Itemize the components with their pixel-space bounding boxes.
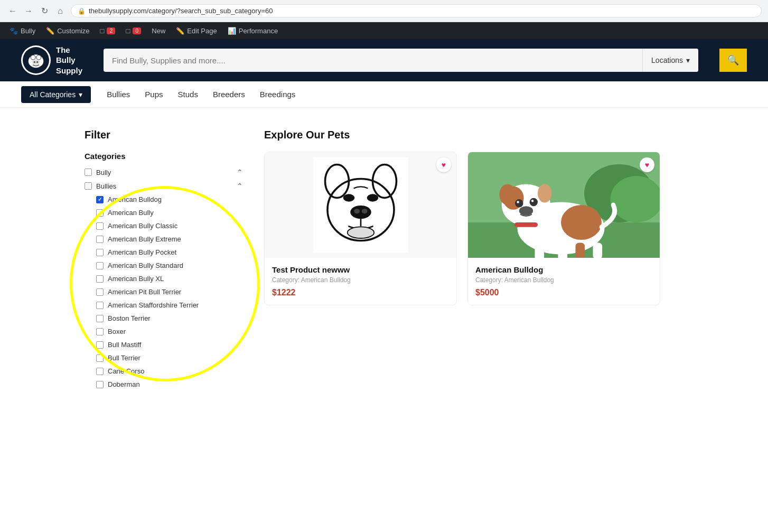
bully-chevron[interactable]: ⌃: [237, 168, 243, 176]
svg-point-23: [561, 205, 602, 240]
filter-item-boston-terrier[interactable]: Boston Terrier: [96, 314, 243, 322]
search-icon: 🔍: [727, 54, 739, 66]
filter-item-cane-corso[interactable]: Cane Corso: [96, 367, 243, 375]
svg-point-6: [36, 61, 39, 63]
bully-icon: 🐾: [10, 27, 18, 35]
svg-point-31: [531, 200, 533, 202]
american-bully-checkbox[interactable]: [96, 209, 104, 217]
filter-item-american-pit-bull[interactable]: American Pit Bull Terrier: [96, 288, 243, 296]
filter-item-american-bully-extreme[interactable]: American Bully Extreme: [96, 235, 243, 243]
cane-corso-checkbox[interactable]: [96, 368, 104, 375]
filter-sidebar: Filter Categories Bully ⌃ Bullies ⌃ Amer…: [85, 129, 243, 394]
product-info-1: Test Product newww Category: American Bu…: [265, 258, 456, 305]
product-image-2: ♥: [468, 152, 660, 258]
filter-item-american-bully-xl[interactable]: American Bully XL: [96, 275, 243, 283]
american-bully-extreme-checkbox[interactable]: [96, 236, 104, 243]
product-heart-2[interactable]: ♥: [640, 157, 654, 172]
back-button[interactable]: ←: [6, 5, 19, 17]
wp-admin-bully[interactable]: 🐾 Bully: [4, 22, 41, 39]
product-heart-1[interactable]: ♥: [436, 157, 451, 172]
filter-bullies-header: Bullies ⌃: [85, 182, 243, 190]
locations-dropdown[interactable]: Locations ▾: [642, 49, 698, 72]
url-text: thebullysupply.com/category/?search_sub_…: [89, 7, 273, 15]
product-info-2: American Bulldog Category: American Bull…: [468, 258, 660, 305]
bully-checkbox[interactable]: [85, 169, 92, 176]
bullies-checkbox[interactable]: [85, 182, 92, 190]
bullies-chevron[interactable]: ⌃: [237, 182, 243, 190]
bully-label: Bully: [96, 169, 111, 176]
american-bully-classic-checkbox[interactable]: [96, 222, 104, 230]
american-staffordshire-label: American Staffordshire Terrier: [108, 301, 199, 309]
svg-point-32: [519, 206, 533, 216]
american-bully-xl-checkbox[interactable]: [96, 275, 104, 283]
boston-terrier-checkbox[interactable]: [96, 315, 104, 322]
all-categories-button[interactable]: All Categories ▾: [21, 86, 91, 103]
chevron-down-icon-nav: ▾: [79, 90, 82, 99]
doberman-checkbox[interactable]: [96, 381, 104, 388]
boxer-label: Boxer: [108, 328, 126, 335]
bull-terrier-checkbox[interactable]: [96, 354, 104, 362]
nav-breedings[interactable]: Breedings: [260, 90, 296, 99]
american-bully-standard-label: American Bully Standard: [108, 262, 183, 269]
search-input[interactable]: [104, 56, 642, 65]
american-pit-bull-checkbox[interactable]: [96, 288, 104, 296]
filter-item-american-bully-standard[interactable]: American Bully Standard: [96, 262, 243, 269]
chevron-down-icon: ▾: [686, 56, 690, 64]
logo-text: The Bully Supply: [56, 45, 82, 76]
filter-item-american-bully-classic[interactable]: American Bully Classic: [96, 222, 243, 230]
nav-pups[interactable]: Pups: [145, 90, 163, 99]
wp-admin-bar: 🐾 Bully ✏️ Customize □ 2 □ 0 New ✏️ Edit…: [0, 22, 768, 39]
nav-studs[interactable]: Studs: [178, 90, 198, 99]
filter-bully-header: Bully ⌃: [85, 168, 243, 176]
filter-item-american-bully-pocket[interactable]: American Bully Pocket: [96, 248, 243, 256]
product-price-1: $1222: [272, 288, 449, 297]
site-logo[interactable]: The Bully Supply: [21, 45, 82, 76]
svg-rect-37: [514, 222, 538, 227]
search-container: Locations ▾: [104, 49, 698, 72]
filter-item-doberman[interactable]: Doberman: [96, 380, 243, 388]
wp-admin-count2[interactable]: □ 2: [95, 22, 121, 39]
wp-admin-count0[interactable]: □ 0: [120, 22, 146, 39]
address-bar[interactable]: 🔒 thebullysupply.com/category/?search_su…: [71, 4, 762, 17]
forward-button[interactable]: →: [22, 5, 35, 17]
wp-admin-performance[interactable]: 📊 Performance: [222, 22, 283, 39]
nav-breeders[interactable]: Breeders: [213, 90, 245, 99]
svg-point-26: [499, 184, 516, 205]
svg-point-3: [36, 55, 41, 60]
product-card-2[interactable]: ♥ American Bulldog Category: American Bu…: [467, 152, 660, 305]
boxer-checkbox[interactable]: [96, 328, 104, 335]
nav-bullies[interactable]: Bullies: [107, 90, 130, 99]
svg-point-11: [343, 194, 354, 201]
american-bully-classic-label: American Bully Classic: [108, 222, 177, 230]
reload-button[interactable]: ↻: [38, 5, 51, 17]
wp-admin-editpage[interactable]: ✏️ Edit Page: [171, 22, 222, 39]
nav-bar: All Categories ▾ Bullies Pups Studs Bree…: [0, 81, 768, 108]
svg-point-27: [538, 184, 551, 202]
filter-item-american-bully[interactable]: American Bully: [96, 209, 243, 217]
wp-admin-customize[interactable]: ✏️ Customize: [41, 22, 95, 39]
locations-label: Locations: [651, 56, 683, 64]
american-bulldog-checkbox[interactable]: [96, 196, 104, 203]
wp-admin-new[interactable]: New: [146, 22, 171, 39]
search-button[interactable]: 🔍: [719, 49, 747, 72]
american-bully-xl-label: American Bully XL: [108, 275, 164, 283]
filter-item-bull-mastiff[interactable]: Bull Mastiff: [96, 341, 243, 349]
svg-point-12: [367, 194, 378, 201]
home-button[interactable]: ⌂: [54, 5, 67, 17]
filter-item-american-bulldog[interactable]: American Bulldog: [96, 195, 243, 203]
svg-rect-33: [535, 243, 545, 258]
filter-item-boxer[interactable]: Boxer: [96, 328, 243, 335]
square-icon-2: □: [126, 27, 130, 35]
svg-point-30: [530, 198, 538, 206]
lock-icon: 🔒: [78, 7, 86, 15]
american-bully-pocket-checkbox[interactable]: [96, 249, 104, 256]
american-staffordshire-checkbox[interactable]: [96, 302, 104, 309]
filter-item-bull-terrier[interactable]: Bull Terrier: [96, 354, 243, 362]
products-section: Explore Our Pets: [264, 129, 747, 394]
site-header: The Bully Supply Locations ▾ 🔍: [0, 39, 768, 81]
main-content: Filter Categories Bully ⌃ Bullies ⌃ Amer…: [0, 108, 768, 415]
bull-mastiff-checkbox[interactable]: [96, 341, 104, 349]
american-bully-standard-checkbox[interactable]: [96, 262, 104, 269]
filter-item-american-staffordshire[interactable]: American Staffordshire Terrier: [96, 301, 243, 309]
product-card-1[interactable]: ♥ Test Product newww Category: American …: [264, 152, 457, 305]
